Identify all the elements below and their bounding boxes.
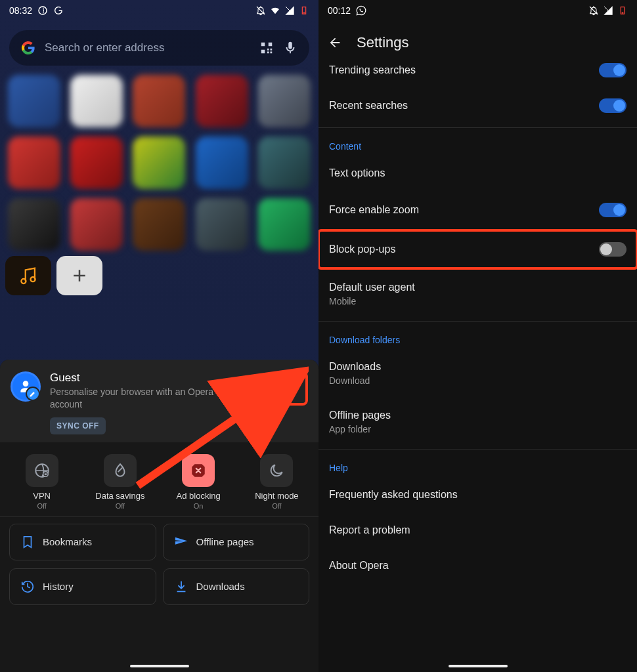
speed-dial-tile[interactable] <box>196 136 248 189</box>
signal-icon <box>603 5 613 16</box>
quick-label: Data savings <box>84 491 156 501</box>
row-label: Block pop-ups <box>329 243 395 255</box>
chip-label: Bookmarks <box>43 536 92 547</box>
settings-button-highlight <box>274 371 308 406</box>
faq-row[interactable]: Frequently asked questions <box>318 477 637 513</box>
wifi-icon <box>270 5 280 16</box>
downloads-folder-row[interactable]: Downloads Download <box>318 349 637 398</box>
opera-settings-screen: 00:12 Settings Trending searches Recent … <box>318 0 637 672</box>
status-time: 08:32 <box>9 5 32 16</box>
quick-status: On <box>162 502 234 510</box>
search-bar[interactable]: Search or enter address <box>9 30 309 66</box>
row-sublabel: Mobile <box>329 296 415 306</box>
toggle-on[interactable] <box>599 203 626 217</box>
text-options-row[interactable]: Text options <box>318 156 637 191</box>
speed-dial-tile[interactable] <box>8 75 60 127</box>
toggle-on[interactable] <box>599 98 626 113</box>
speed-dial-tile[interactable] <box>133 136 185 189</box>
row-label: Default user agent <box>329 282 415 293</box>
section-download-folders: Download folders <box>318 324 637 349</box>
history-chip[interactable]: History <box>9 568 156 605</box>
status-time: 00:12 <box>328 5 351 16</box>
speed-dial-tile[interactable] <box>196 75 248 127</box>
offline-pages-folder-row[interactable]: Offline pages App folder <box>318 398 637 446</box>
section-content: Content <box>318 131 637 156</box>
battery-low-icon <box>617 5 628 16</box>
chip-label: Downloads <box>196 581 245 592</box>
trending-searches-row[interactable]: Trending searches <box>318 60 637 87</box>
account-title: Guest <box>50 371 234 385</box>
bookmarks-chip[interactable]: Bookmarks <box>9 524 156 560</box>
bottom-panel: Guest Personalise your browser with an O… <box>0 360 318 672</box>
block-popups-row[interactable]: Block pop-ups <box>318 229 637 270</box>
svg-point-3 <box>21 279 26 284</box>
row-label: Frequently asked questions <box>329 489 458 501</box>
svg-rect-2 <box>303 12 305 14</box>
speed-dial-tile[interactable] <box>8 198 60 251</box>
status-bar: 08:32 <box>0 0 318 21</box>
status-bar: 00:12 <box>318 0 637 21</box>
firefox-icon <box>37 5 48 16</box>
sync-badge[interactable]: SYNC OFF <box>50 417 106 434</box>
recent-searches-row[interactable]: Recent searches <box>318 87 637 125</box>
row-label: Text options <box>329 167 385 179</box>
google-icon <box>53 5 64 16</box>
avatar[interactable] <box>11 371 41 402</box>
force-enable-zoom-row[interactable]: Force enable zoom <box>318 191 637 229</box>
speed-dial-tile[interactable] <box>133 198 185 251</box>
speed-dial-tile[interactable] <box>70 198 123 251</box>
power-button[interactable] <box>244 371 270 398</box>
speed-dial-tile[interactable] <box>196 198 248 251</box>
speed-dial-tile[interactable] <box>70 136 123 189</box>
vpn-quick-action[interactable]: VPN Off <box>6 454 78 510</box>
notifications-off-icon <box>588 5 599 16</box>
back-icon[interactable] <box>328 35 342 50</box>
ad-blocking-quick-action[interactable]: Ad blocking On <box>162 454 234 510</box>
signal-icon <box>284 5 295 16</box>
row-sublabel: Download <box>329 375 381 386</box>
svg-point-0 <box>39 7 47 14</box>
svg-point-4 <box>31 277 35 282</box>
about-opera-row[interactable]: About Opera <box>318 548 637 583</box>
status-right <box>255 5 309 16</box>
svg-rect-10 <box>622 12 624 14</box>
opera-home-screen: 08:32 Search or enter address <box>0 0 318 672</box>
chip-row-2: History Downloads <box>0 564 318 609</box>
quick-label: Ad blocking <box>162 491 234 501</box>
data-savings-quick-action[interactable]: Data savings Off <box>84 454 156 510</box>
toggle-on[interactable] <box>599 63 626 77</box>
speed-dial-tile[interactable] <box>8 136 60 189</box>
row-label: Trending searches <box>329 64 416 76</box>
quick-label: Night mode <box>240 491 313 501</box>
speed-dial-tile[interactable] <box>70 75 123 127</box>
offline-pages-chip[interactable]: Offline pages <box>163 524 310 560</box>
notifications-off-icon <box>255 5 266 16</box>
battery-low-icon <box>299 5 309 16</box>
report-problem-row[interactable]: Report a problem <box>318 513 637 548</box>
qr-scan-icon[interactable] <box>259 41 274 55</box>
speed-dial-tile[interactable] <box>258 198 311 251</box>
mic-icon[interactable] <box>283 41 297 55</box>
speed-dial-tile[interactable] <box>258 136 311 189</box>
speed-dial-tile[interactable] <box>133 75 185 127</box>
music-shortcut[interactable] <box>5 256 51 295</box>
row-label: Report a problem <box>329 524 410 536</box>
google-g-icon <box>21 41 35 55</box>
settings-header: Settings <box>318 21 637 60</box>
search-placeholder: Search or enter address <box>45 41 250 54</box>
settings-button[interactable] <box>278 375 304 402</box>
speed-dial-tile[interactable] <box>258 75 311 127</box>
toggle-off[interactable] <box>599 242 626 257</box>
quick-status: Off <box>6 502 78 510</box>
nav-bar <box>0 660 318 672</box>
section-help: Help <box>318 452 637 477</box>
default-user-agent-row[interactable]: Default user agent Mobile <box>318 270 637 318</box>
whatsapp-icon <box>356 5 366 16</box>
row-sublabel: App folder <box>329 424 391 434</box>
downloads-chip[interactable]: Downloads <box>163 568 310 605</box>
night-mode-quick-action[interactable]: Night mode Off <box>240 454 313 510</box>
add-speed-dial-button[interactable] <box>56 256 102 295</box>
nav-bar <box>318 660 637 672</box>
speed-dial-bottom-row <box>0 251 318 295</box>
quick-actions-row: VPN Off Data savings Off Ad blocking On … <box>0 442 318 514</box>
